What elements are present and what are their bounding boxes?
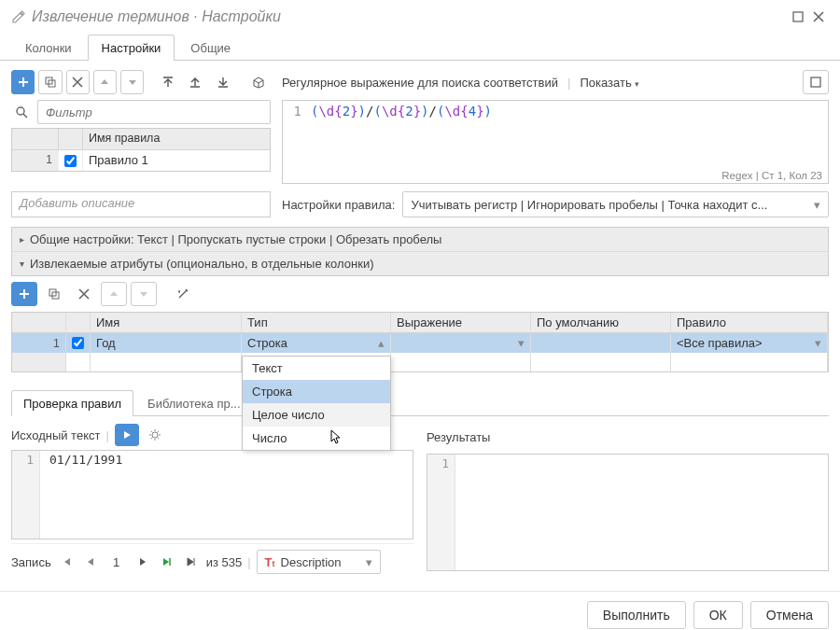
regex-toolbar: Регулярное выражение для поиска соответс… bbox=[282, 64, 829, 100]
download-button[interactable] bbox=[211, 70, 234, 94]
delete-rule-button[interactable] bbox=[66, 70, 90, 94]
type-option-string[interactable]: Строка bbox=[243, 380, 390, 403]
tab-general[interactable]: Общие bbox=[176, 35, 245, 61]
attr-table: Имя Тип Выражение По умолчанию Правило 1… bbox=[11, 312, 829, 372]
svg-point-3 bbox=[17, 107, 24, 115]
editor-status: Regex | Ст 1, Кол 23 bbox=[721, 170, 822, 181]
rule-props-label: Настройки правила: bbox=[282, 198, 395, 212]
run-preview-button[interactable] bbox=[115, 424, 139, 446]
nav-next-button[interactable] bbox=[133, 553, 152, 571]
attr-checkbox[interactable] bbox=[72, 337, 84, 349]
tab-settings[interactable]: Настройки bbox=[88, 35, 175, 61]
type-dropdown[interactable]: Текст Строка Целое число Число bbox=[242, 356, 391, 451]
text-type-icon: Tt bbox=[265, 555, 275, 569]
cancel-button[interactable]: Отмена bbox=[750, 601, 829, 629]
chevron-down-icon: ▾ bbox=[20, 259, 24, 269]
rules-toolbar bbox=[11, 64, 271, 100]
wand-button[interactable] bbox=[170, 282, 196, 306]
export-button[interactable] bbox=[184, 70, 207, 94]
nav-first-button[interactable] bbox=[57, 553, 76, 571]
tab-columns[interactable]: Колонки bbox=[11, 35, 86, 61]
svg-rect-4 bbox=[811, 77, 820, 87]
move-down-button[interactable] bbox=[120, 70, 144, 94]
results-editor[interactable]: 1 bbox=[427, 454, 829, 571]
package-button[interactable] bbox=[247, 70, 271, 94]
preview-tabs: Проверка правил Библиотека пр... bbox=[11, 382, 829, 416]
regex-label: Регулярное выражение для поиска соответс… bbox=[282, 76, 558, 90]
move-up-button[interactable] bbox=[93, 70, 117, 94]
type-option-number[interactable]: Число bbox=[243, 427, 390, 450]
maximize-button[interactable] bbox=[788, 7, 808, 27]
window-title: Извлечение терминов · Настройки bbox=[26, 8, 788, 25]
accordion-general[interactable]: ▸ Общие настройки: Текст | Пропускать пу… bbox=[12, 228, 828, 252]
footer: Выполнить ОК Отмена bbox=[0, 591, 840, 629]
attr-type-cell[interactable]: Строка▴ bbox=[242, 333, 391, 353]
source-editor[interactable]: 1 01/11/1991 bbox=[11, 450, 413, 539]
copy-rule-button[interactable] bbox=[38, 70, 62, 94]
rule-row[interactable]: 1 Правило 1 bbox=[12, 150, 270, 171]
results-label: Результаты bbox=[427, 430, 490, 444]
record-navbar: Запись 1 из 535 | Tt Description ▾ bbox=[11, 543, 413, 580]
svg-rect-0 bbox=[793, 12, 803, 21]
rule-checkbox[interactable] bbox=[64, 155, 77, 167]
attr-up-button[interactable] bbox=[101, 282, 127, 306]
tab-check-rules[interactable]: Проверка правил bbox=[11, 390, 133, 416]
rule-props-dropdown[interactable]: Учитывать регистр | Игнорировать пробелы… bbox=[402, 191, 829, 217]
nav-page[interactable]: 1 bbox=[105, 555, 128, 569]
attr-row[interactable]: 1 Год Строка▴ ▾ <Все правила>▾ bbox=[12, 333, 828, 353]
titlebar: Извлечение терминов · Настройки bbox=[0, 0, 840, 34]
close-button[interactable] bbox=[808, 7, 829, 27]
attr-toolbar bbox=[11, 276, 829, 312]
add-attr-button[interactable] bbox=[11, 282, 37, 306]
preview-settings-button[interactable] bbox=[145, 425, 165, 445]
ok-button[interactable]: ОК bbox=[693, 601, 743, 629]
source-label: Исходный текст bbox=[11, 428, 100, 442]
type-option-integer[interactable]: Целое число bbox=[243, 403, 390, 427]
regex-editor[interactable]: 1 (\d{2})/(\d{2})/(\d{4}) Regex | Ст 1, … bbox=[282, 100, 829, 184]
delete-attr-button[interactable] bbox=[71, 282, 97, 306]
type-option-text[interactable]: Текст bbox=[243, 357, 390, 380]
attr-expr-cell[interactable]: ▾ bbox=[391, 333, 531, 353]
copy-attr-button[interactable] bbox=[41, 282, 67, 306]
nav-next-match-button[interactable] bbox=[158, 553, 176, 571]
attr-rule-cell[interactable]: <Все правила>▾ bbox=[671, 333, 828, 353]
run-button[interactable]: Выполнить bbox=[587, 601, 686, 629]
attr-row-empty bbox=[12, 353, 828, 371]
accordion-attrs[interactable]: ▾ Извлекаемые атрибуты (опционально, в о… bbox=[12, 252, 828, 275]
main-tabs: Колонки Настройки Общие bbox=[0, 34, 840, 61]
description-input[interactable]: Добавить описание bbox=[11, 191, 271, 217]
attr-down-button[interactable] bbox=[131, 282, 157, 306]
svg-point-7 bbox=[152, 432, 158, 438]
filter-input[interactable] bbox=[37, 100, 271, 124]
rules-table: Имя правила 1 Правило 1 bbox=[11, 128, 271, 172]
rules-header: Имя правила bbox=[83, 129, 270, 149]
editor-maximize-button[interactable] bbox=[803, 70, 829, 94]
import-button[interactable] bbox=[157, 70, 180, 94]
nav-prev-button[interactable] bbox=[81, 553, 100, 571]
nav-last-button[interactable] bbox=[182, 553, 201, 571]
show-dropdown[interactable]: Показать bbox=[580, 76, 638, 90]
chevron-right-icon: ▸ bbox=[20, 234, 24, 245]
filter-icon[interactable] bbox=[11, 102, 32, 122]
add-rule-button[interactable] bbox=[11, 70, 35, 94]
pencil-icon bbox=[11, 9, 26, 24]
field-selector[interactable]: Tt Description ▾ bbox=[257, 550, 381, 574]
tab-library[interactable]: Библиотека пр... bbox=[135, 390, 252, 416]
